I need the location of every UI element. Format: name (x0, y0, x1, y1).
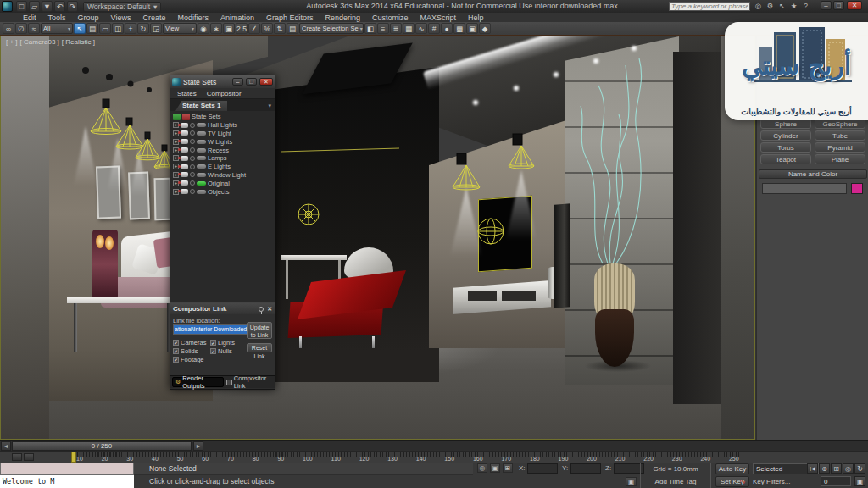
menu-graph-editors[interactable]: Graph Editors (260, 14, 320, 22)
minimize-icon[interactable]: – (821, 1, 832, 10)
menu-rendering[interactable]: Rendering (320, 14, 367, 22)
state-toggle-icon[interactable] (190, 130, 195, 136)
zoom-all-button[interactable]: ⊞ (831, 463, 842, 474)
state-toggle-icon[interactable] (190, 189, 195, 194)
selection-set-dropdown[interactable]: Create Selection Se▾ (299, 23, 364, 34)
render-production-button[interactable]: ◆ (479, 23, 491, 34)
state-set-row[interactable]: +Recess (170, 146, 275, 154)
menu-modifiers[interactable]: Modifiers (171, 14, 214, 22)
state-toggle-icon[interactable] (190, 156, 195, 161)
menu-views[interactable]: Views (105, 14, 137, 22)
state-set-row[interactable]: +Window Light (170, 171, 275, 180)
state-toggle-icon[interactable] (190, 172, 195, 177)
close-icon[interactable]: ✕ (259, 78, 273, 86)
render-state-icon[interactable] (182, 114, 190, 120)
menu-create[interactable]: Create (136, 14, 171, 22)
viewport-shading-label[interactable]: [ Realistic ] (62, 38, 95, 46)
hand-record-icon[interactable] (181, 189, 188, 194)
maxscript-listener-line[interactable]: Welcome to M (0, 475, 134, 488)
track-bar[interactable]: 1020304050607080901001101201301401501601… (0, 451, 868, 463)
menu-help[interactable]: Help (462, 14, 490, 22)
default-in-out-tangent-icon[interactable]: ∿ (736, 476, 749, 487)
tools-icon[interactable]: ⚙ (765, 2, 776, 11)
checkbox-cameras[interactable]: ✓Cameras (173, 338, 210, 347)
align-button[interactable]: ≡ (377, 23, 389, 34)
menu-tools[interactable]: Tools (42, 14, 72, 22)
render-outputs-button[interactable]: ⚙ Render Outputs (172, 377, 224, 387)
menu-edit[interactable]: Edit (17, 14, 42, 22)
x-coordinate-field[interactable] (527, 463, 558, 474)
state-set-row[interactable]: +Objects (170, 187, 275, 196)
state-set-row[interactable]: +Lamps (170, 154, 275, 163)
camera-viewport[interactable]: [ + ] [ Camera03 ] [ Realistic ] (0, 36, 755, 440)
percent-snap-button[interactable]: % (261, 23, 273, 34)
select-and-link-button[interactable]: ∞ (3, 23, 14, 34)
render-setup-button[interactable]: ▩ (453, 23, 465, 34)
previous-frame-arrow[interactable]: ◄ (1, 441, 11, 451)
record-state-icon[interactable] (173, 114, 181, 120)
select-by-name-button[interactable]: ▤ (86, 23, 98, 34)
state-sets-titlebar[interactable]: State Sets – □ ✕ (170, 75, 275, 88)
minimize-icon[interactable]: – (232, 78, 243, 86)
orbit-button[interactable]: ↻ (854, 463, 865, 474)
maxscript-mini-listener[interactable] (0, 463, 134, 475)
undo-icon[interactable]: ↶ (54, 1, 65, 12)
close-icon[interactable]: ✕ (267, 306, 272, 313)
spinner-snap-button[interactable]: ⇅ (274, 23, 286, 34)
select-and-manipulate-button[interactable]: ∗ (210, 23, 222, 34)
go-to-start-button[interactable]: |◀ (807, 463, 818, 474)
object-name-field[interactable] (762, 183, 847, 194)
snaps-toggle-button[interactable]: 2.5 (236, 23, 248, 34)
select-object-button[interactable]: ↖ (74, 23, 86, 34)
tab-state-sets-1[interactable]: State Sets 1 (175, 101, 227, 111)
search-input[interactable] (669, 2, 750, 11)
add-time-tag[interactable]: Add Time Tag (640, 475, 711, 488)
y-coordinate-field[interactable] (570, 463, 601, 474)
checkbox-nulls[interactable]: ✓Nulls (210, 347, 244, 355)
hand-record-icon[interactable] (181, 130, 188, 136)
bind-to-space-warp-button[interactable]: ≈ (28, 23, 40, 34)
object-color-swatch[interactable] (851, 183, 863, 194)
hand-record-icon[interactable] (181, 156, 188, 161)
auto-key-button[interactable]: Auto Key (715, 463, 749, 474)
graphite-ribbon-button[interactable]: ▦ (403, 23, 415, 34)
selection-lock-icon[interactable]: ▣ (490, 463, 500, 473)
current-frame-field[interactable]: 0 (821, 476, 851, 486)
state-toggle-icon[interactable] (190, 147, 195, 152)
search-icon[interactable]: ◎ (753, 2, 764, 11)
mirror-button[interactable]: ◧ (364, 23, 376, 34)
reset-link-button[interactable]: Reset Link (247, 343, 272, 352)
selection-region-button[interactable]: ▭ (99, 23, 111, 34)
update-to-link-button[interactable]: Update to Link (247, 322, 272, 339)
hand-record-icon[interactable] (181, 147, 188, 152)
state-set-row[interactable]: +W Lights (170, 137, 275, 146)
select-and-move-button[interactable]: + (125, 23, 136, 34)
workspace-dropdown[interactable]: Workspace: Default ▾ (83, 2, 161, 12)
window-crossing-button[interactable]: ◫ (112, 23, 124, 34)
open-file-icon[interactable]: ▱ (29, 1, 40, 12)
primitive-cylinder-button[interactable]: Cylinder (760, 130, 811, 141)
zoom-extents-button[interactable]: ◎ (843, 463, 854, 474)
pin-icon[interactable] (259, 307, 264, 312)
name-and-color-rollout[interactable]: Name and Color (759, 169, 867, 179)
hand-record-icon[interactable] (181, 139, 188, 144)
menu-animation[interactable]: Animation (214, 14, 260, 22)
close-icon[interactable]: ✕ (847, 1, 862, 10)
state-toggle-icon[interactable] (190, 139, 195, 144)
time-slider-handle[interactable]: 0 / 250 (12, 441, 192, 451)
hand-record-icon[interactable] (181, 164, 188, 169)
keyboard-override-button[interactable]: ▣ (223, 23, 235, 34)
curve-editor-button[interactable]: ∿ (415, 23, 427, 34)
state-set-row[interactable]: +Hall Lights (170, 121, 275, 130)
manage-layers-button[interactable]: ≣ (390, 23, 402, 34)
maximize-icon[interactable]: □ (246, 78, 257, 86)
menu-customize[interactable]: Customize (366, 14, 415, 22)
save-file-icon[interactable]: ▼ (42, 1, 53, 12)
redo-icon[interactable]: ↷ (67, 1, 78, 12)
menu-compositor[interactable]: Compositor (207, 90, 242, 97)
select-and-scale-button[interactable]: ◲ (150, 23, 162, 34)
cursor-icon[interactable]: ↖ (776, 2, 787, 11)
key-filters-button[interactable]: Key Filters... (753, 476, 804, 487)
state-toggle-icon[interactable] (190, 180, 195, 186)
primitive-tube-button[interactable]: Tube (815, 130, 865, 141)
